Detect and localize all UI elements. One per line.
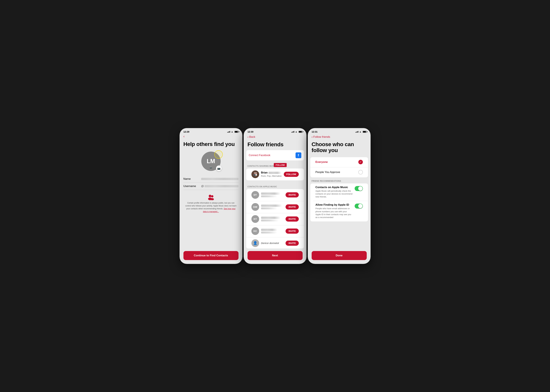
back-link-2[interactable]: ‹ Back (248, 135, 255, 139)
contact-row-gw: GW INVITE (249, 201, 301, 213)
contact-row-dt: DT INVITE (249, 189, 301, 201)
contact-row-last: 👤 Dericor dormetol INVITE (249, 237, 301, 248)
name-blur-kt (261, 217, 280, 219)
invite-button-gw[interactable]: INVITE (286, 204, 299, 210)
option-people-approve[interactable]: People You Approve (313, 167, 365, 177)
phone-screen-1: 12:29 ▲ ‹ Help others fin (179, 128, 242, 264)
status-time-1: 12:29 (183, 130, 189, 133)
rec1-title: Contacts on Apple Music (315, 186, 353, 189)
follow-button-brian[interactable]: FOLLOW (284, 172, 299, 177)
avatar-kc: KC (251, 227, 259, 235)
phone-screen-2: 12:30 ▲ (244, 128, 307, 264)
recommendations-group: Contacts on Apple Music Apple Music will… (310, 183, 368, 221)
avatar-container: LM 📷 📷 (200, 152, 221, 171)
back-arrow-icon-3: ‹ (312, 135, 313, 139)
brian-avatar: 🎳 (251, 170, 259, 178)
toggle-apple-id[interactable] (355, 203, 363, 209)
toggle-contacts[interactable] (355, 186, 363, 191)
status-icons-2: ▲ (291, 131, 303, 133)
contact-last-name: Dericor dormetol (261, 242, 284, 245)
name-label: Name (183, 177, 201, 181)
screen1-content: ‹ Help others find you LM 📷 📷 Name (179, 134, 242, 248)
brian-genres: Rock, Pop, Alternative (261, 175, 282, 177)
username-value[interactable] (205, 185, 238, 187)
facebook-icon: f (296, 152, 301, 158)
initials-kt: KT (254, 217, 257, 220)
rec2-desc: People who have email addresses or phone… (315, 207, 353, 219)
name-value[interactable] (201, 178, 238, 180)
signal-bars-3 (356, 131, 358, 133)
at-sign: @ (201, 185, 204, 188)
bar2 (228, 132, 229, 133)
back-link-3[interactable]: ‹ Follow friends (312, 135, 330, 139)
option-everyone[interactable]: Everyone ✓ (313, 157, 365, 167)
avatar-kt: KT (251, 215, 259, 223)
status-time-2: 12:30 (248, 130, 253, 133)
avatar-last: 👤 (251, 239, 259, 247)
invite-button-kc[interactable]: INVITE (286, 229, 299, 234)
back-label-3: Follow friends (313, 135, 330, 139)
battery-icon-2 (299, 131, 303, 133)
radio-unselected-icon (358, 170, 363, 175)
bar3 (357, 131, 357, 133)
wifi-icon-3: ▲ (359, 131, 361, 133)
screen2-content: ‹ Back Follow friends Connect Facebook f… (244, 134, 307, 248)
battery-icon-3 (363, 131, 367, 133)
name-blur-dt (261, 192, 280, 195)
bar2 (356, 132, 357, 133)
contact-info-gw (261, 204, 284, 209)
invite-button-kt[interactable]: INVITE (286, 217, 299, 222)
camera-annotation-circle (214, 150, 223, 159)
contact-info-dt (261, 192, 284, 197)
section-gap (244, 183, 307, 186)
phone-screen-3: 12:31 ▲ (308, 128, 371, 264)
bar4 (230, 131, 230, 133)
brian-avatar-inner: 🎳 (251, 170, 259, 178)
brian-info: Brian Rock, Pop, Alternative (261, 171, 282, 177)
bar1 (227, 132, 228, 133)
username-field-row: Username @ (183, 183, 238, 190)
back-arrow-1[interactable]: ‹ (183, 134, 238, 139)
bar1 (291, 132, 292, 133)
status-time-3: 12:31 (312, 130, 318, 133)
continue-button[interactable]: Continue to Find Contacts (183, 251, 238, 260)
page-title-3: Choose who can follow you (308, 140, 371, 157)
avatar-dt: DT (251, 191, 259, 199)
page-title-2: Follow friends (244, 140, 307, 150)
bar2 (292, 132, 293, 133)
status-bar-2: 12:30 ▲ (244, 128, 307, 134)
rec1-text-group: Contacts on Apple Music Apple Music will… (315, 186, 353, 198)
section-header-apple-music: CONTACTS ON APPLE MUSIC (244, 186, 307, 189)
done-button[interactable]: Done (312, 251, 367, 260)
contact-info-kc (261, 229, 284, 233)
nav-bar-2: ‹ Back (244, 134, 307, 140)
facebook-connect-row[interactable]: Connect Facebook f (246, 150, 304, 161)
contact-row-kt: KT INVITE (249, 213, 301, 225)
wifi-icon: ▲ (231, 131, 233, 133)
name-field-row: Name (183, 175, 238, 183)
back-arrow-icon-2: ‹ (248, 135, 249, 139)
next-button[interactable]: Next (248, 251, 303, 260)
rec2-text-group: Allow Finding by Apple ID People who hav… (315, 203, 353, 219)
small-camera-icon: 📷 (210, 166, 212, 169)
radio-selected-icon: ✓ (358, 160, 363, 164)
avatar-gw: GW (251, 203, 259, 211)
username-label: Username (183, 185, 201, 188)
option-approve-label: People You Approve (315, 171, 340, 174)
battery-icon (235, 131, 238, 133)
invite-button-last[interactable]: INVITE (286, 241, 299, 246)
name-blur-gw (261, 204, 282, 207)
bar3 (229, 131, 229, 133)
avatar-initials: LM (207, 158, 215, 165)
signal-bars-2 (291, 131, 294, 133)
status-icons-3: ▲ (356, 131, 367, 133)
follow-annotation-label: FOLLOW (274, 163, 286, 167)
invite-button-dt[interactable]: INVITE (286, 192, 299, 197)
bar4 (294, 131, 294, 133)
camera-badge[interactable]: 📷 (216, 165, 222, 171)
brian-name: Brian (261, 171, 268, 174)
contact-info-last: Dericor dormetol (261, 242, 284, 245)
nav-bar-3: ‹ Follow friends (308, 134, 371, 140)
brian-name-blur (268, 172, 281, 174)
follow-options-group: Everyone ✓ People You Approve (310, 157, 368, 177)
